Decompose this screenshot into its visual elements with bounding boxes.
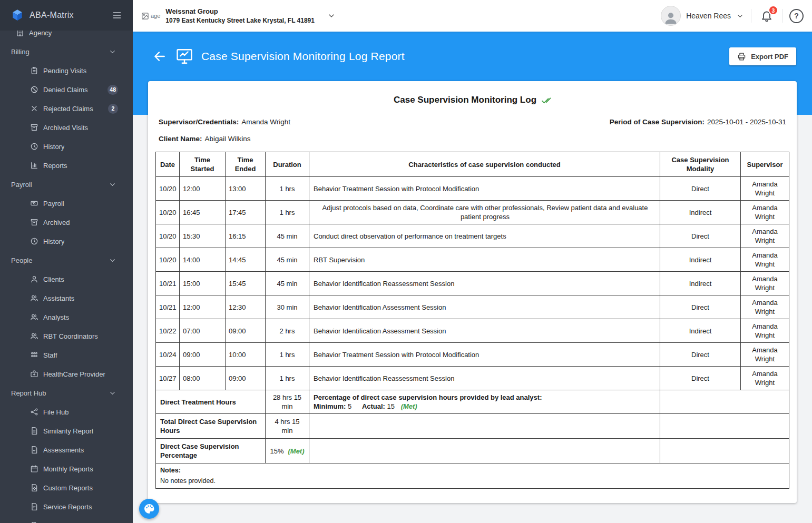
cell-time-started: 15:30 [180,224,226,248]
cell-date: 10/20 [156,201,180,224]
sidebar-item-service-reports[interactable]: Service Reports [0,497,133,516]
cell-time-ended: 12:30 [226,295,266,319]
cell-time-started: 12:00 [180,295,226,319]
doc-lines-icon [30,427,38,435]
sidebar-item-label: Custom Reports [43,484,93,492]
chevron-down-icon [736,12,744,20]
sidebar-item-history[interactable]: History [0,232,133,251]
sidebar-toggle-button[interactable] [110,8,124,23]
sidebar-item-rbt-coordinators[interactable]: RBT Coordinators [0,327,133,346]
x-mark-icon [30,104,38,113]
cell-time-started: 08:00 [180,367,226,390]
sidebar-item-label: Analysts [43,313,69,321]
help-button[interactable]: ? [789,9,804,23]
cell-supervisor: Amanda Wright [741,343,789,367]
sidebar-item-label: HealthCare Provider [43,370,105,378]
notes-row: Notes: No notes provided. [156,463,789,489]
theme-palette-button[interactable] [139,499,159,519]
cell-date: 10/20 [156,224,180,248]
cell-time-started: 07:00 [180,319,226,343]
sidebar-item-archived[interactable]: Archived [0,213,133,232]
hub-icon [30,408,38,416]
sidebar: ABA-Matrix AgencyBillingPending VisitsDe… [0,0,133,523]
cell-time-started: 14:00 [180,248,226,272]
chevron-down-icon [109,48,116,56]
sidebar-item-analysts[interactable]: Analysts [0,308,133,327]
sidebar-item-archived-visits[interactable]: Archived Visits [0,118,133,137]
doc-gear-icon [30,483,38,492]
summary-section: Direct Treatment Hours 28 hrs 15 min Per… [156,390,789,489]
org-selector[interactable]: age Weissnat Group 1079 East Kentucky St… [141,7,336,24]
table-row: 10/2016:4517:451 hrsAdjust protocols bas… [156,201,789,224]
column-header: Date [156,152,180,177]
page-title: Case Supervision Monitoring Log Report [201,50,405,63]
sidebar-item-assessments[interactable]: Assessments [0,440,133,459]
sidebar-item-pending-visits[interactable]: Pending Visits [0,61,133,80]
summary-value: 4 hrs 15 min [266,414,309,439]
met-status: (Met) [288,447,304,455]
export-pdf-label: Export PDF [751,53,788,61]
sidebar-item-label: File Hub [43,408,69,416]
cell-date: 10/20 [156,248,180,272]
calendar-icon [30,465,38,473]
sidebar-item-staff[interactable]: Staff [0,346,133,364]
sidebar-group-report-hub[interactable]: Report Hub [0,383,133,402]
user-name: Heaven Rees [686,12,731,20]
actual-value: 15 [387,402,395,410]
table-row: 10/2115:0015:4545 minBehavior Identifica… [156,272,789,295]
log-table-body: 10/2012:0013:001 hrsBehavior Treatment S… [156,177,789,390]
app-root: ABA-Matrix AgencyBillingPending VisitsDe… [0,0,812,523]
minimum-value: 5 [348,402,351,410]
divider [751,9,751,23]
user-menu[interactable]: Heaven Rees [661,6,744,26]
sidebar-item-label: Denied Claims [43,86,88,94]
count-badge: 48 [107,85,118,95]
chevron-down-icon[interactable] [327,12,336,20]
sidebar-item-label: Payroll [43,200,64,208]
period-value: 2025-10-01 - 2025-10-31 [707,118,786,126]
sidebar-item-clients[interactable]: Clients [0,270,133,289]
empty-cell [660,414,789,439]
notifications-button[interactable]: 3 [758,7,775,24]
brand-name: ABA-Matrix [30,11,104,20]
column-header: Time Ended [226,152,266,177]
notification-badge: 3 [768,5,778,15]
back-button[interactable] [152,48,168,64]
cell-supervisor: Amanda Wright [741,319,789,343]
sidebar-group-people[interactable]: People [0,251,133,270]
printer-icon [737,52,746,61]
cell-supervisor: Amanda Wright [741,272,789,295]
cell-modality: Direct [660,224,741,248]
sidebar-item-monthly-reports[interactable]: Monthly Reports [0,459,133,478]
sidebar-group-billing[interactable]: Billing [0,42,133,61]
sidebar-item-file-hub[interactable]: File Hub [0,402,133,421]
cell-modality: Indirect [660,248,741,272]
org-logo-alt-text: age [151,13,160,19]
sidebar-item-custom-reports[interactable]: Custom Reports [0,478,133,497]
cell-characteristics: Adjust protocols based on data, Coordina… [309,201,660,224]
sidebar-item-denied-claims[interactable]: Denied Claims48 [0,80,133,99]
sidebar-item-label: Clients [43,275,64,283]
export-pdf-button[interactable]: Export PDF [729,47,796,65]
sidebar-item-label: History [43,238,64,245]
cell-time-ended: 09:00 [226,319,266,343]
cell-date: 10/27 [156,367,180,390]
sidebar-item-assistants[interactable]: Assistants [0,289,133,308]
history-icon [30,237,38,245]
table-row: 10/2012:0013:001 hrsBehavior Treatment S… [156,177,789,201]
sidebar-item-rejected-claims[interactable]: Rejected Claims2 [0,99,133,118]
cell-time-ended: 10:00 [226,343,266,367]
sidebar-item-payroll[interactable]: Payroll [0,194,133,213]
group-label: Report Hub [11,389,46,397]
staff-icon [30,351,38,359]
sidebar-item-reports[interactable]: Reports [0,156,133,175]
sidebar-item-similarity-report[interactable]: Similarity Report [0,421,133,440]
sidebar-item-supervision-logs[interactable]: Supervision Logs [0,516,133,523]
cell-modality: Indirect [660,272,741,295]
cell-duration: 45 min [266,248,309,272]
doc-check-icon [30,446,38,454]
sidebar-group-payroll[interactable]: Payroll [0,175,133,194]
sidebar-item-history[interactable]: History [0,137,133,156]
sidebar-item-healthcare-provider[interactable]: HealthCare Provider [0,364,133,383]
broken-image-icon: age [141,12,160,20]
